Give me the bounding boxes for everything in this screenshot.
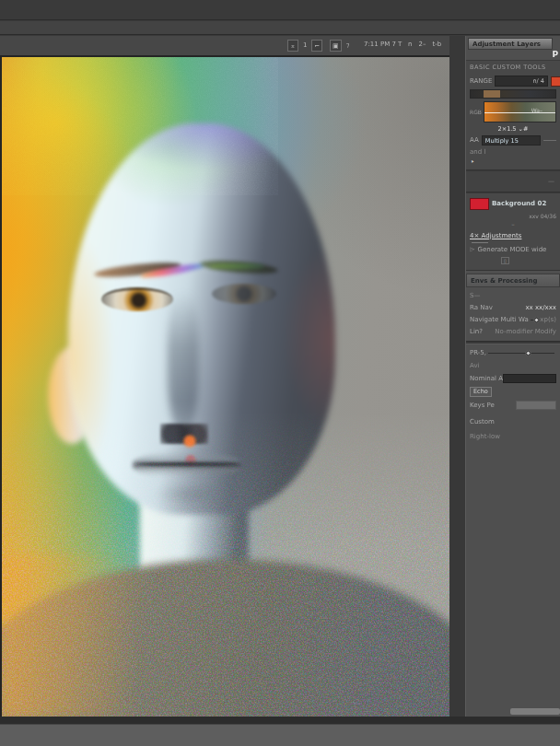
slider1-value: xp(s) [540,316,556,324]
toolbar-btn-n[interactable]: n [406,40,414,50]
right-eyebrow [200,258,279,275]
toolbar-group-select: ⌅ 1 ⌐ [287,40,322,52]
ramp-midline [484,112,555,113]
pr-note: Avi [470,361,556,370]
section-divider [466,341,560,344]
mini-divider [472,242,488,243]
chromatic-nose-highlight [182,433,197,449]
pr-slider-thumb[interactable] [525,350,531,356]
separator-dash: – [470,221,556,229]
ramp-caption: Wa– [531,106,542,114]
mode-text: Generate MODE wide [477,246,546,254]
portrait-artwork [2,57,449,717]
chin-shadow [154,483,232,507]
slider1-track[interactable] [531,316,539,324]
left-eye [101,287,173,311]
keys-label: Keys Pe [470,402,495,410]
mode-checkbox-icon[interactable]: ⌲ [470,246,474,254]
blend-mode-field[interactable]: Multiply 15 [482,135,541,146]
nose-shadow [168,292,199,430]
thumbnail-box-icon[interactable]: ▯ [501,257,509,264]
color-ramp[interactable]: Wa– [484,101,556,122]
nav-value: xx xx/xxx [525,304,556,312]
status-bar [0,724,560,746]
spectral-background [2,57,449,717]
blend-note: and l [470,147,556,157]
basic-panel: BASIC CUSTOM TOOLS RANGE n/ 4 RGB Wa– 2×… [466,60,560,170]
keys-value-box[interactable] [516,401,556,410]
marquee-tool-icon[interactable]: ⌅ [287,40,298,52]
dark-gradient-strip[interactable] [470,89,556,99]
head [68,123,335,515]
toolbar-group-view: ▣ ⁊ [330,40,351,52]
panel-tab[interactable]: Adjustment Layers [468,38,553,50]
tool-option-1[interactable]: 1 [301,41,309,51]
menu-bar[interactable] [0,0,560,20]
image-canvas[interactable] [2,57,449,717]
panel-gutter [449,36,466,724]
echo-chip[interactable]: Echo [470,387,492,397]
right-eye [212,284,276,304]
corner-label: P [466,50,560,60]
grid-view-icon[interactable]: ▣ [330,40,342,52]
left-eyebrow [94,260,182,280]
chromatic-brow-fringe [140,262,204,280]
line-value: No-modifier Modify [495,328,556,336]
status-readout: 7:11 PM 7 T [362,40,403,50]
range-label: RANGE [470,77,492,86]
right-brow-fringe [209,263,264,269]
toolbar-group-right: n 2– t-b [406,40,443,50]
lip-line [136,462,239,466]
layer-name: Background 02 [492,200,546,208]
field-tail-line [543,140,556,141]
sweater-shoulders [2,559,449,717]
photo-editor-window: ⌅ 1 ⌐ ▣ ⁊ 7:11 PM 7 T n 2– t-b [0,0,560,746]
toolbar-btn-tb[interactable]: t-b [430,40,443,50]
pr-slider-track[interactable] [488,349,554,357]
slider1-label: Navigate Multi Wa [470,316,529,324]
canvas-bottom-edge [0,717,560,724]
adjustments-link[interactable]: 4× Adjustments [470,232,521,240]
snap-icon[interactable]: ⁊ [344,41,351,51]
chromatic-philtrum-dot [184,453,197,468]
pr-label: PR-5, [470,349,486,357]
warm-glow-left [2,554,140,717]
right-low-label[interactable]: Right-low [470,433,500,441]
basic-panel-title: BASIC CUSTOM TOOLS [470,64,556,72]
layer-meta: xxv 04/36 [470,212,556,220]
layers-panel: Background 02 xxv 04/36 – 4× Adjustments… [466,192,560,271]
toolbar-group-status: 7:11 PM 7 T [362,40,403,50]
ramp-channel-label: RGB [470,108,482,116]
section-sub: S— [470,291,556,300]
brown-color-chip[interactable] [484,90,500,98]
range-dropdown[interactable]: n/ 4 [495,76,548,87]
crop-tool-icon[interactable]: ⌐ [311,40,322,52]
orange-color-swatch[interactable] [551,76,560,87]
horizontal-scrollbar[interactable] [510,708,560,715]
nostrils [160,424,208,444]
processing-section-header[interactable]: Envs & Processing [466,274,560,287]
collapsed-panel[interactable]: — [466,170,560,192]
ramp-annotation: 2×1.5 ⌄# [470,125,556,134]
layer-row[interactable]: Background 02 [470,198,556,210]
neck [140,490,249,614]
custom-label[interactable]: Custom [470,418,495,426]
title-bar [0,21,560,35]
blend-label: AA [470,136,479,145]
left-ear [48,347,96,444]
nav-label: Ra Nav [470,304,493,312]
nominal-input[interactable] [503,374,556,383]
processing-properties: S— Ra Nav xx xx/xxx Navigate Multi Wa xp… [466,287,560,445]
iridescent-speckle-texture [2,413,449,717]
line-label: Lin? [470,328,483,336]
list-bullet-icon: ‣ [471,158,556,167]
film-grain-texture [2,57,278,195]
nominal-label: Nominal A [470,375,503,383]
lips [133,451,241,479]
right-sidebar: Adjustment Layers P BASIC CUSTOM TOOLS R… [466,36,560,724]
red-layer-swatch[interactable] [470,198,489,210]
toolbar-btn-2[interactable]: 2– [416,40,427,50]
